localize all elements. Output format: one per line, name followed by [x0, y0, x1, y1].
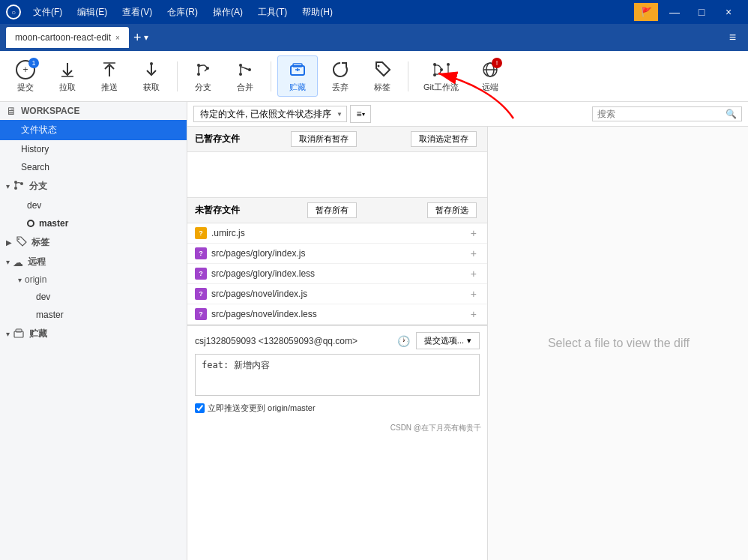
commit-options-button[interactable]: 提交选项... ▾	[416, 332, 480, 349]
menu-help[interactable]: 帮助(H)	[296, 3, 339, 22]
diff-panel: Select a file to view the diff	[487, 127, 748, 560]
diff-placeholder: Select a file to view the diff	[548, 337, 690, 350]
file-status-icon: ?	[195, 308, 207, 320]
toolbar-merge[interactable]: 合并	[226, 56, 265, 96]
dev-label: dev	[27, 200, 41, 211]
push-label: 立即推送变更到 origin/master	[208, 403, 316, 414]
branch-icon	[193, 59, 214, 80]
stage-file-button[interactable]: +	[468, 308, 480, 320]
toolbar-pull[interactable]: 拉取	[48, 56, 87, 96]
sidebar-tags-header[interactable]: ▶ 标签	[0, 232, 187, 253]
sidebar-origin-dev[interactable]: dev	[0, 288, 187, 306]
search-box[interactable]: 🔍	[592, 106, 742, 121]
sidebar-branch-master[interactable]: master	[0, 214, 187, 232]
search-input[interactable]	[597, 109, 726, 119]
stage-selected-button[interactable]: 暂存所选	[427, 202, 477, 218]
sort-select-wrapper[interactable]: 待定的文件, 已依照文件状态排序	[193, 106, 347, 122]
toolbar-stash[interactable]: 贮藏	[277, 55, 318, 97]
svg-point-7	[239, 73, 242, 76]
file-item-glory-index-js[interactable]: ?src/pages/glory/index.js+	[187, 244, 487, 264]
unstage-selected-button[interactable]: 取消选定暂存	[411, 131, 477, 147]
menu-view[interactable]: 查看(V)	[116, 3, 158, 22]
tab-active[interactable]: moon-cartoon-react-edit ×	[6, 27, 129, 48]
toolbar-divider-3	[408, 61, 408, 91]
file-item-novel-index-less[interactable]: ?src/pages/novel/index.less+	[187, 304, 487, 325]
file-item-novel-index-js[interactable]: ?src/pages/novel/index.js+	[187, 284, 487, 304]
svg-point-20	[14, 187, 17, 190]
menu-actions[interactable]: 操作(A)	[207, 3, 249, 22]
remote-badge: !	[492, 58, 502, 68]
commit-message-input[interactable]	[195, 354, 480, 396]
sidebar: 🖥 WORKSPACE 文件状态 History Search ▾ 分支 dev…	[0, 102, 187, 560]
hamburger-menu[interactable]: ≡	[723, 28, 742, 47]
sidebar-item-file-status[interactable]: 文件状态	[0, 120, 187, 140]
monitor-icon: 🖥	[6, 105, 16, 117]
commit-label: 提交	[17, 82, 34, 93]
stage-file-button[interactable]: +	[468, 268, 480, 280]
sidebar-stash-header[interactable]: ▾ 贮藏	[0, 324, 187, 344]
flag-button[interactable]: 🚩	[634, 3, 658, 21]
merge-label: 合并	[237, 82, 253, 93]
footer-text: CSDN @在下月亮有梅贵千	[390, 423, 481, 433]
toolbar-push[interactable]: 推送	[90, 56, 129, 96]
toolbar-commit[interactable]: + 提交 1	[6, 56, 45, 96]
discard-label: 丢弃	[332, 82, 349, 93]
staged-empty	[187, 152, 487, 197]
sidebar-item-search[interactable]: Search	[0, 158, 187, 176]
origin-caret: ▾	[18, 276, 22, 284]
remotes-label: 远程	[28, 256, 46, 268]
toolbar-remote[interactable]: 远端 !	[471, 56, 510, 96]
commit-author-row: csj1328059093 <1328059093@qq.com> 🕐 提交选项…	[195, 332, 480, 349]
minimize-button[interactable]: —	[661, 0, 688, 24]
tabbar-right: ≡	[723, 28, 742, 47]
menu-edit[interactable]: 编辑(E)	[71, 3, 113, 22]
origin-label: origin	[25, 274, 46, 285]
tab-close-btn[interactable]: ×	[115, 34, 120, 42]
file-status-icon: ?	[195, 247, 207, 259]
push-checkbox[interactable]	[195, 403, 205, 413]
discard-icon	[330, 59, 351, 80]
files-menu-button[interactable]: ≡ ▾	[350, 105, 371, 123]
stage-file-button[interactable]: +	[468, 247, 480, 259]
stash-sidebar-icon	[13, 327, 25, 341]
sidebar-remotes-header[interactable]: ▾ ☁ 远程	[0, 253, 187, 271]
tags-label: 标签	[31, 236, 49, 249]
sidebar-origin-master[interactable]: master	[0, 306, 187, 324]
toolbar-tag[interactable]: 标签	[363, 56, 402, 96]
sort-select[interactable]: 待定的文件, 已依照文件状态排序	[193, 106, 347, 122]
push-icon	[99, 59, 120, 80]
tags-icon	[15, 235, 27, 250]
stage-file-button[interactable]: +	[468, 288, 480, 300]
toolbar-branch[interactable]: 分支	[184, 56, 223, 96]
new-tab-button[interactable]: + ▾	[133, 30, 149, 46]
push-label: 推送	[101, 82, 118, 93]
menu-repo[interactable]: 仓库(R)	[161, 3, 204, 22]
file-item-glory-index-less[interactable]: ?src/pages/glory/index.less+	[187, 264, 487, 284]
sidebar-workspace-header[interactable]: 🖥 WORKSPACE	[0, 102, 187, 120]
menu-tools[interactable]: 工具(T)	[252, 3, 293, 22]
sidebar-item-history[interactable]: History	[0, 140, 187, 158]
sidebar-origin-header[interactable]: ▾ origin	[0, 271, 187, 288]
pull-label: 拉取	[59, 82, 76, 93]
maximize-button[interactable]: □	[688, 0, 715, 24]
stash-icon	[287, 59, 308, 80]
file-item-umirc[interactable]: ?.umirc.js+	[187, 223, 487, 244]
stage-file-button[interactable]: +	[468, 227, 480, 239]
close-button[interactable]: ×	[715, 0, 742, 24]
toolbar-discard[interactable]: 丢弃	[321, 56, 360, 96]
unstage-all-button[interactable]: 取消所有暂存	[291, 131, 357, 147]
toolbar-fetch[interactable]: 获取	[132, 56, 171, 96]
tab-label: moon-cartoon-react-edit	[15, 32, 111, 43]
stage-all-button[interactable]: 暂存所有	[307, 202, 357, 218]
remotes-caret: ▾	[6, 258, 10, 266]
clock-icon[interactable]: 🕐	[397, 335, 410, 347]
file-status-icon: ?	[195, 268, 207, 280]
menu-file[interactable]: 文件(F)	[27, 3, 68, 22]
fetch-label: 获取	[143, 82, 160, 93]
file-name: src/pages/novel/index.less	[211, 309, 468, 319]
content-columns: 已暂存文件 取消所有暂存 取消选定暂存 未暂存文件 暂存所有 暂存所选 ?.um…	[187, 127, 748, 560]
sidebar-branch-dev[interactable]: dev	[0, 196, 187, 214]
search-icon: 🔍	[726, 109, 737, 119]
toolbar-gitflow[interactable]: Git工作流	[414, 56, 468, 96]
sidebar-branches-header[interactable]: ▾ 分支	[0, 176, 187, 196]
